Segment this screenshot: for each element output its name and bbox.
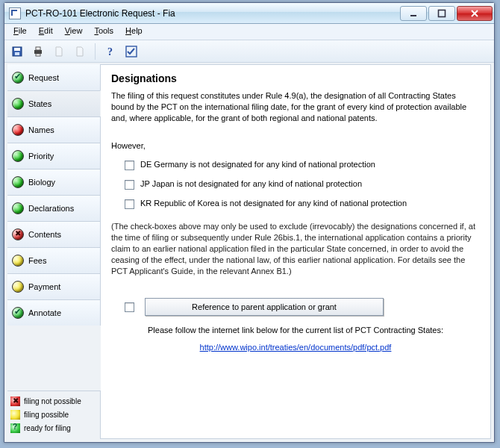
exclusion-row-jp: JP Japan is not designated for any kind … xyxy=(125,179,480,190)
sidebar-item-annotate[interactable]: Annotate xyxy=(7,299,101,326)
close-button[interactable] xyxy=(457,6,493,21)
toolbar-separator xyxy=(95,43,96,60)
checkbox-de[interactable] xyxy=(125,161,134,170)
legend: filing not possible filing possible read… xyxy=(7,391,101,439)
doc-a-button xyxy=(51,43,67,60)
status-icon xyxy=(12,202,24,214)
menu-file[interactable]: File xyxy=(7,24,33,40)
legend-not-icon xyxy=(10,396,20,406)
svg-rect-5 xyxy=(34,50,42,54)
menubar: File Edit View Tools Help xyxy=(4,24,494,40)
help-button[interactable]: ? xyxy=(102,43,119,60)
window-title: PCT-RO-101 Electronic Request - Fia xyxy=(25,8,400,19)
exclusion-label: KR Republic of Korea is not designated f… xyxy=(140,199,407,208)
svg-rect-6 xyxy=(36,47,40,50)
sidebar-item-contents[interactable]: Contents xyxy=(7,221,101,247)
menu-edit[interactable]: Edit xyxy=(33,24,59,40)
status-icon xyxy=(12,228,24,240)
footer-text: Please follow the internet link below fo… xyxy=(111,325,480,336)
however-text: However, xyxy=(111,140,480,152)
svg-rect-7 xyxy=(36,54,40,56)
status-icon xyxy=(12,176,24,188)
status-icon xyxy=(12,98,24,110)
exclusion-label: DE Germany is not designated for any kin… xyxy=(140,160,375,169)
status-icon xyxy=(12,72,24,84)
sidebar-item-states[interactable]: States xyxy=(7,90,101,116)
legend-ok-icon xyxy=(10,410,20,420)
toolbar: ? xyxy=(4,40,494,63)
reference-button[interactable]: Reference to parent application or grant xyxy=(145,298,384,316)
sidebar: Request States Names Priority Biology xyxy=(7,64,101,439)
sidebar-item-priority[interactable]: Priority xyxy=(7,143,101,169)
contracting-states-link[interactable]: http://www.wipo.int/treaties/en/document… xyxy=(200,343,392,352)
status-icon xyxy=(12,124,24,136)
checkbox-reference[interactable] xyxy=(125,302,134,312)
sidebar-item-request[interactable]: Request xyxy=(7,64,101,90)
svg-rect-3 xyxy=(14,48,20,51)
menu-tools[interactable]: Tools xyxy=(88,24,119,40)
sidebar-item-payment[interactable]: Payment xyxy=(7,273,101,299)
sidebar-item-declarations[interactable]: Declarations xyxy=(7,195,101,221)
sidebar-item-biology[interactable]: Biology xyxy=(7,169,101,195)
doc-b-button xyxy=(72,43,88,60)
maximize-button[interactable] xyxy=(428,6,455,21)
status-icon xyxy=(12,255,24,267)
exclusion-row-de: DE Germany is not designated for any kin… xyxy=(125,160,480,170)
svg-text:?: ? xyxy=(107,46,113,57)
status-icon xyxy=(12,150,24,162)
minimize-button[interactable] xyxy=(400,6,427,21)
app-icon xyxy=(9,7,21,19)
print-button[interactable] xyxy=(30,43,46,60)
exclusion-list: DE Germany is not designated for any kin… xyxy=(125,160,480,209)
status-icon xyxy=(12,281,24,293)
svg-rect-0 xyxy=(410,15,416,16)
menu-view[interactable]: View xyxy=(59,24,89,40)
legend-ready-icon xyxy=(10,423,20,433)
check-button[interactable] xyxy=(123,43,140,60)
checkbox-jp[interactable] xyxy=(125,180,134,190)
menu-help[interactable]: Help xyxy=(119,24,149,40)
checkbox-kr[interactable] xyxy=(125,199,134,209)
exclusion-row-kr: KR Republic of Korea is not designated f… xyxy=(125,199,480,209)
sidebar-item-names[interactable]: Names xyxy=(7,116,101,143)
page-title: Designations xyxy=(111,72,480,84)
svg-rect-1 xyxy=(439,10,446,16)
note-text: (The check-boxes above may only be used … xyxy=(111,221,480,276)
save-button[interactable] xyxy=(9,43,25,60)
sidebar-item-fees[interactable]: Fees xyxy=(7,247,101,273)
intro-text: The filing of this request constitutes u… xyxy=(111,90,480,124)
content-panel: Designations The filing of this request … xyxy=(101,64,491,439)
exclusion-label: JP Japan is not designated for any kind … xyxy=(140,179,362,188)
svg-rect-4 xyxy=(15,52,19,55)
status-icon xyxy=(12,307,24,319)
titlebar[interactable]: PCT-RO-101 Electronic Request - Fia xyxy=(4,3,494,24)
app-window: PCT-RO-101 Electronic Request - Fia File… xyxy=(4,2,495,443)
